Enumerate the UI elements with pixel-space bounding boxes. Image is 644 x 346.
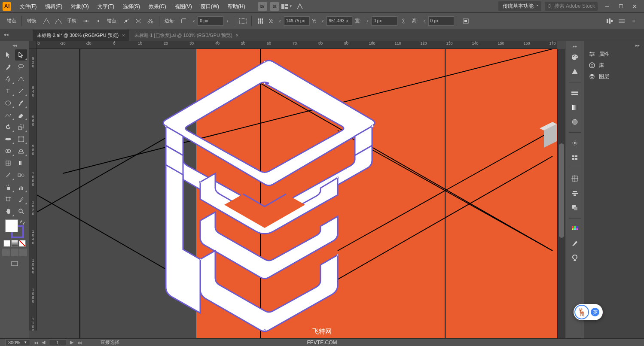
graphic-styles-icon[interactable] bbox=[568, 152, 581, 164]
eraser-tool[interactable] bbox=[15, 109, 27, 121]
menu-object[interactable]: 对象(O) bbox=[67, 0, 93, 13]
menu-file[interactable]: 文件(F) bbox=[15, 0, 41, 13]
symbol-sprayer-tool[interactable] bbox=[2, 182, 14, 193]
stroke-panel-icon[interactable] bbox=[568, 87, 581, 99]
gradient-tool[interactable] bbox=[15, 158, 27, 169]
artboard-tool[interactable] bbox=[2, 194, 14, 205]
dock-collapse-icon[interactable]: ▸▸ bbox=[573, 44, 577, 49]
width-tool[interactable] bbox=[2, 134, 14, 145]
align-panel-icon[interactable] bbox=[568, 187, 581, 199]
stock-button[interactable]: St bbox=[270, 2, 279, 11]
screen-mode-button[interactable] bbox=[9, 258, 20, 269]
close-icon[interactable]: × bbox=[122, 33, 125, 38]
menu-help[interactable]: 帮助(H) bbox=[223, 0, 250, 13]
h-input[interactable] bbox=[428, 16, 454, 26]
draw-normal-button[interactable] bbox=[2, 249, 10, 256]
draw-inside-button[interactable] bbox=[19, 249, 27, 256]
y-dec[interactable]: ‹ bbox=[319, 18, 327, 24]
zoom-field[interactable]: 300%▼ bbox=[5, 339, 30, 346]
first-artboard-button[interactable]: ⏮ bbox=[32, 339, 39, 346]
toolbox-collapse-icon[interactable]: ◂◂ bbox=[12, 43, 17, 48]
ellipse-tool[interactable] bbox=[2, 97, 14, 109]
selected-artwork[interactable] bbox=[136, 49, 394, 338]
paintbrush-tool[interactable] bbox=[15, 97, 27, 109]
show-handles-button[interactable] bbox=[81, 15, 92, 27]
ruler-horizontal[interactable]: -30-20-100102030405060708090100110120130… bbox=[37, 41, 557, 49]
ruler-origin[interactable] bbox=[29, 41, 37, 49]
doc-tab-inactive[interactable]: 未标题-1 [已恢复].ai @ 100% (RGB/GPU 预览) × bbox=[130, 30, 243, 41]
corner-inc[interactable]: › bbox=[223, 18, 231, 24]
color-mode-button[interactable] bbox=[3, 240, 10, 247]
curvature-tool[interactable] bbox=[15, 73, 27, 85]
window-maximize[interactable]: ☐ bbox=[615, 2, 627, 11]
menu-edit[interactable]: 编辑(E) bbox=[41, 0, 67, 13]
remove-anchor-button[interactable] bbox=[121, 15, 132, 27]
corner-dec[interactable]: ‹ bbox=[190, 18, 198, 24]
next-artboard-button[interactable]: ▶ bbox=[68, 339, 75, 346]
convert-smooth-button[interactable] bbox=[53, 15, 64, 27]
menu-window[interactable]: 窗口(W) bbox=[196, 0, 223, 13]
mesh-tool[interactable] bbox=[2, 158, 14, 169]
align-to-button[interactable] bbox=[237, 15, 248, 27]
artboard-number-field[interactable]: 1 bbox=[49, 339, 66, 346]
rotate-tool[interactable] bbox=[2, 121, 14, 133]
zoom-tool[interactable] bbox=[15, 206, 27, 217]
panel-libraries[interactable]: 库 bbox=[584, 60, 644, 71]
scrollbar-vertical[interactable] bbox=[557, 49, 565, 338]
gradient-panel-icon[interactable] bbox=[568, 101, 581, 113]
control-menu-button[interactable]: ≡ bbox=[628, 15, 639, 27]
hide-handles-button[interactable] bbox=[93, 15, 104, 27]
blend-tool[interactable] bbox=[15, 170, 27, 181]
transform-panel-button[interactable] bbox=[616, 15, 627, 27]
magic-wand-tool[interactable] bbox=[2, 61, 14, 73]
type-tool[interactable]: T bbox=[2, 85, 14, 97]
selection-tool[interactable] bbox=[2, 49, 14, 61]
shaper-tool[interactable] bbox=[2, 109, 14, 121]
connect-anchor-button[interactable] bbox=[133, 15, 144, 27]
menu-select[interactable]: 选择(S) bbox=[119, 0, 144, 13]
none-mode-button[interactable] bbox=[19, 240, 26, 247]
ime-language-toggle[interactable]: 英 bbox=[591, 308, 599, 316]
x-dec[interactable]: ‹ bbox=[276, 18, 284, 24]
scroll-thumb[interactable] bbox=[559, 143, 564, 238]
direct-selection-tool[interactable] bbox=[15, 49, 27, 61]
workspace-switcher[interactable]: 传统基本功能 bbox=[498, 1, 541, 11]
symbols-panel-icon[interactable] bbox=[568, 252, 581, 264]
last-artboard-button[interactable]: ⏭ bbox=[76, 339, 83, 346]
bridge-button[interactable]: Br bbox=[258, 2, 267, 11]
gradient-mode-button[interactable] bbox=[11, 240, 18, 247]
canvas[interactable] bbox=[37, 49, 557, 338]
close-icon[interactable]: × bbox=[236, 33, 238, 38]
isolate-button[interactable] bbox=[460, 15, 471, 27]
window-minimize[interactable]: ─ bbox=[601, 2, 613, 11]
menu-view[interactable]: 视图(V) bbox=[171, 0, 196, 13]
ruler-vertical[interactable]: 920940960980100010201040106010801100 bbox=[29, 49, 37, 331]
h-dec[interactable]: ‹ bbox=[421, 18, 428, 24]
w-input[interactable] bbox=[372, 16, 397, 26]
pen-tool[interactable] bbox=[2, 73, 14, 85]
w-dec[interactable]: ‹ bbox=[364, 18, 372, 24]
menu-type[interactable]: 文字(T) bbox=[93, 0, 119, 13]
lasso-tool[interactable] bbox=[15, 61, 27, 73]
y-input[interactable] bbox=[327, 16, 352, 26]
transform-panel-icon[interactable] bbox=[568, 173, 581, 185]
swatches-panel-icon[interactable] bbox=[568, 223, 581, 235]
corner-type-button[interactable] bbox=[178, 15, 189, 27]
align-panel-button[interactable] bbox=[604, 15, 615, 27]
color-guide-icon[interactable] bbox=[568, 66, 581, 78]
panel-collapse-icon[interactable]: ▸▸ bbox=[635, 43, 640, 48]
color-panel-icon[interactable] bbox=[568, 51, 581, 63]
appearance-panel-icon[interactable] bbox=[568, 137, 581, 149]
link-wh-button[interactable] bbox=[398, 15, 409, 27]
search-stock[interactable]: 搜索 Adobe Stock bbox=[545, 2, 598, 11]
ime-badge[interactable]: 🦌 英 bbox=[574, 304, 603, 320]
doc-tab-active[interactable]: 未标题-2.ai* @ 300% (RGB/GPU 预览) × bbox=[33, 30, 129, 41]
convert-corner-button[interactable] bbox=[41, 15, 52, 27]
line-tool[interactable] bbox=[15, 85, 27, 97]
transparency-panel-icon[interactable] bbox=[568, 116, 581, 128]
gpu-button[interactable] bbox=[294, 2, 305, 11]
graph-tool[interactable] bbox=[15, 182, 27, 193]
pathfinder-panel-icon[interactable] bbox=[568, 202, 581, 214]
arrange-docs-button[interactable]: ▼ bbox=[281, 2, 293, 11]
shape-builder-tool[interactable] bbox=[2, 146, 14, 157]
